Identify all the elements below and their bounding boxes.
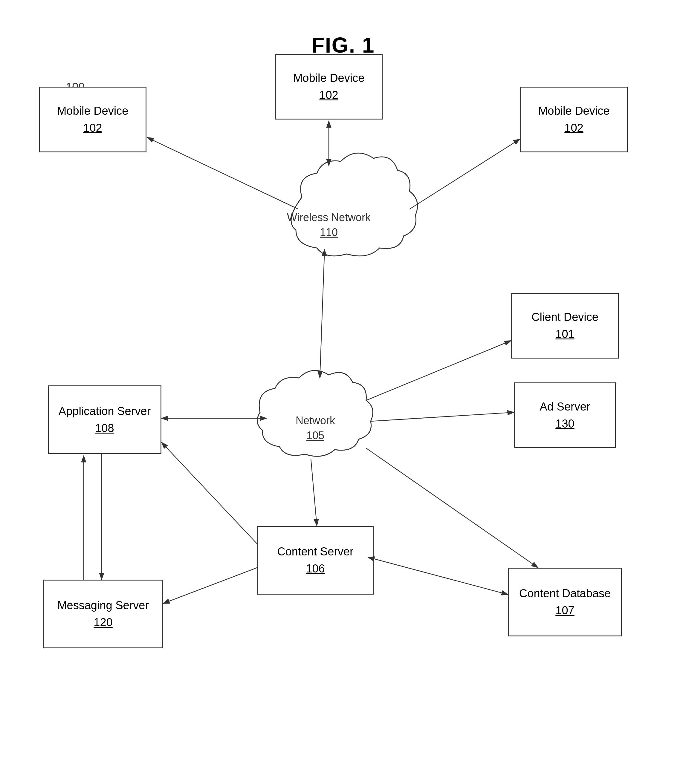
mobile-device-top-left-label: Mobile Device: [57, 104, 129, 118]
mobile-device-top-right: Mobile Device 102: [520, 86, 628, 152]
mobile-device-top-left-num: 102: [83, 121, 102, 135]
diagram: FIG. 1 100 Mobile Device 102 Mobile Devi…: [0, 0, 686, 784]
svg-line-8: [410, 139, 520, 209]
mobile-device-top-right-num: 102: [564, 121, 583, 135]
application-server-num: 108: [95, 421, 114, 436]
application-server-label: Application Server: [59, 404, 151, 419]
content-server: Content Server 106: [257, 526, 374, 595]
content-database-num: 107: [555, 603, 574, 618]
svg-line-18: [374, 559, 508, 595]
client-device: Client Device 101: [511, 293, 619, 359]
svg-text:Network: Network: [296, 414, 335, 427]
mobile-device-top-left: Mobile Device 102: [39, 86, 147, 152]
svg-line-19: [366, 448, 538, 568]
svg-line-16: [163, 568, 257, 603]
svg-text:Wireless Network: Wireless Network: [287, 211, 371, 223]
content-server-label: Content Server: [277, 544, 354, 559]
svg-line-11: [366, 341, 511, 400]
messaging-server: Messaging Server 120: [43, 580, 163, 648]
application-server: Application Server 108: [48, 385, 162, 454]
svg-line-13: [311, 459, 317, 526]
mobile-device-top-center-label: Mobile Device: [293, 71, 365, 85]
svg-line-7: [147, 137, 298, 209]
svg-line-9: [320, 256, 324, 378]
messaging-server-num: 120: [93, 615, 113, 630]
svg-text:110: 110: [320, 226, 338, 238]
content-server-num: 106: [306, 561, 325, 576]
page-title: FIG. 1: [0, 15, 686, 57]
content-database: Content Database 107: [508, 568, 622, 636]
messaging-server-label: Messaging Server: [57, 598, 149, 613]
ad-server: Ad Server 130: [514, 383, 616, 448]
svg-line-12: [371, 412, 514, 421]
svg-text:105: 105: [306, 429, 324, 442]
network-cloud: Network 105: [257, 370, 373, 456]
content-database-label: Content Database: [519, 586, 611, 601]
mobile-device-top-center: Mobile Device 102: [275, 54, 382, 119]
client-device-label: Client Device: [531, 310, 598, 324]
ad-server-num: 130: [555, 417, 574, 431]
mobile-device-top-right-label: Mobile Device: [538, 104, 610, 118]
wireless-network-cloud: Wireless Network 110: [287, 153, 418, 256]
ad-server-label: Ad Server: [540, 399, 590, 414]
client-device-num: 101: [555, 327, 574, 342]
mobile-device-top-center-num: 102: [319, 88, 338, 103]
svg-line-17: [162, 442, 257, 544]
